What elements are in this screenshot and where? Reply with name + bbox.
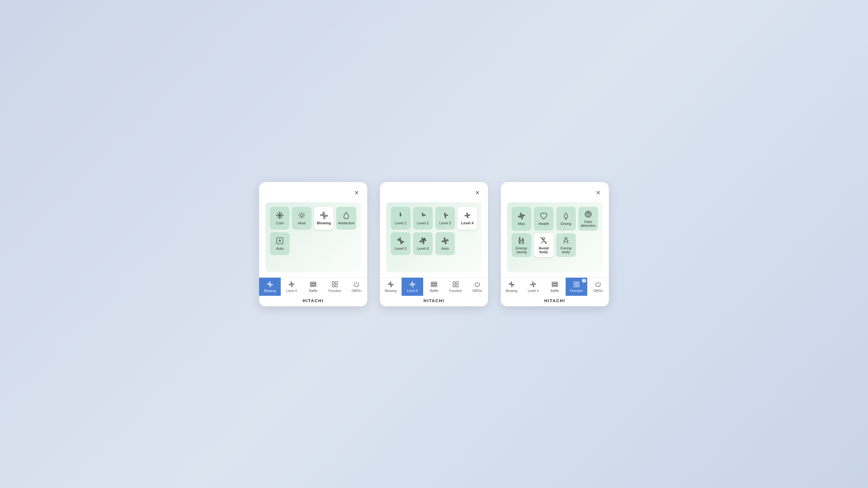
svg-rect-33 — [335, 285, 337, 287]
nav-fan-nav-icon — [387, 281, 394, 288]
nav-btn-blowing[interactable]: Blowing — [380, 278, 402, 296]
svg-rect-30 — [332, 282, 335, 284]
nav-baffle-icon — [431, 281, 437, 288]
option-btn-energy-saving[interactable]: Energy saving — [512, 233, 531, 257]
svg-rect-67 — [552, 285, 558, 287]
svg-rect-47 — [456, 282, 458, 284]
nav-label: Level 4 — [286, 289, 297, 293]
option-label: Level 1 — [395, 221, 406, 225]
option-btn-level-4[interactable]: Level 4 — [458, 207, 477, 230]
close-button[interactable]: ✕ — [473, 188, 482, 197]
svg-rect-68 — [574, 282, 576, 284]
nav-label: Blowing — [385, 289, 397, 293]
svg-rect-27 — [310, 282, 316, 283]
nav-btn-baffle[interactable]: Baffle — [423, 278, 445, 296]
option-label: Level 6 — [417, 247, 429, 250]
nav-btn-off/on[interactable]: Off/On — [587, 278, 609, 296]
svg-line-18 — [299, 213, 300, 214]
nav-btn-level-4[interactable]: Level 4 — [281, 278, 302, 296]
option-btn-level-6[interactable]: Level 6 — [413, 232, 433, 255]
nav-label: Blowing — [264, 289, 276, 293]
nav-grid4-icon — [452, 281, 459, 288]
option-btn-auto[interactable]: Auto — [435, 232, 455, 255]
nav-fan-nav-icon — [508, 281, 515, 288]
nav-badge: 2 — [582, 279, 586, 283]
nav-label: Off/On — [352, 289, 362, 293]
svg-point-4 — [279, 215, 280, 216]
nav-btn-blowing[interactable]: Blowing — [501, 278, 522, 296]
nav-btn-baffle[interactable]: Baffle — [302, 278, 324, 296]
option-btn-heat[interactable]: Heat — [292, 207, 311, 230]
nav-btn-function[interactable]: Function — [324, 278, 346, 296]
nav-btn-function[interactable]: 2Function — [566, 278, 587, 296]
option-label: Level 5 — [395, 247, 406, 250]
fan-auto-icon — [441, 237, 449, 245]
nav-label: Baffle — [430, 289, 438, 293]
option-btn-drying[interactable]: Drying — [556, 207, 576, 231]
option-btn-max[interactable]: Max — [512, 207, 531, 231]
option-btn-blowing[interactable]: Blowing — [314, 207, 334, 230]
nav-fan-nav-icon — [267, 281, 273, 288]
nav-label: Baffle — [551, 289, 559, 293]
energy-icon — [517, 236, 526, 245]
option-label: Level 3 — [439, 221, 451, 225]
option-btn-level-2[interactable]: Level 2 — [413, 207, 433, 230]
svg-point-40 — [444, 240, 446, 241]
nav-label: Off/On — [472, 289, 482, 293]
svg-rect-49 — [456, 285, 458, 287]
panel-function: ✕MaxHealthDryingOdor detectionEnergy sav… — [501, 182, 609, 306]
option-btn-level-3[interactable]: Level 3 — [435, 207, 455, 230]
brand-name: HITACHI — [380, 296, 488, 306]
svg-rect-29 — [310, 285, 316, 287]
svg-point-63 — [511, 284, 512, 285]
fan-lv6-icon — [419, 237, 427, 245]
option-label: Energy saving — [514, 246, 529, 254]
nav-btn-off/on[interactable]: Off/On — [466, 278, 488, 296]
option-btn-health[interactable]: Health — [534, 207, 554, 231]
option-label: Drying — [561, 222, 571, 226]
option-label: Arefaction — [338, 221, 354, 225]
option-btn-cool[interactable]: Cool — [270, 207, 289, 230]
option-btn-facing-body[interactable]: Facing body — [556, 233, 576, 257]
option-btn-arefaction[interactable]: Arefaction — [336, 207, 356, 230]
option-label: Auto — [276, 247, 284, 250]
option-btn-level-1[interactable]: Level 1 — [391, 207, 410, 230]
nav-btn-baffle[interactable]: Baffle — [544, 278, 566, 296]
svg-rect-69 — [577, 282, 579, 284]
sun-icon — [298, 211, 306, 220]
svg-point-13 — [301, 214, 303, 217]
svg-point-36 — [444, 215, 446, 216]
nav-btn-level-4[interactable]: Level 4 — [522, 278, 544, 296]
option-btn-odor-detection[interactable]: Odor detection — [578, 207, 598, 231]
svg-rect-70 — [574, 285, 576, 287]
nav-power-icon — [474, 281, 481, 288]
option-btn-level-5[interactable]: Level 5 — [391, 232, 410, 255]
svg-point-39 — [422, 240, 424, 241]
svg-rect-28 — [310, 284, 316, 285]
svg-point-35 — [422, 215, 424, 216]
auto-letter-icon: A — [276, 237, 284, 245]
brand-name: HITACHI — [501, 296, 609, 306]
svg-rect-46 — [453, 282, 455, 284]
svg-line-21 — [299, 217, 300, 218]
option-btn-auto[interactable]: AAuto — [270, 232, 290, 255]
close-button[interactable]: ✕ — [352, 188, 361, 197]
nav-btn-function[interactable]: Function — [445, 278, 466, 296]
svg-rect-48 — [453, 285, 455, 287]
close-button[interactable]: ✕ — [594, 188, 602, 197]
nav-btn-blowing[interactable]: Blowing — [259, 278, 281, 296]
nav-btn-level-4[interactable]: Level 4 — [402, 278, 423, 296]
svg-rect-44 — [431, 284, 437, 285]
svg-point-41 — [390, 284, 392, 285]
svg-rect-71 — [577, 285, 579, 287]
fan-lv5-icon — [397, 237, 405, 245]
svg-point-38 — [400, 240, 401, 241]
option-btn-avoid-body[interactable]: Avoid body — [534, 233, 554, 257]
option-label: Cool — [276, 221, 284, 225]
fan-icon — [320, 211, 328, 220]
facing-icon — [562, 236, 570, 245]
nav-btn-off/on[interactable]: Off/On — [346, 278, 367, 296]
option-label: Odor detection — [580, 220, 596, 227]
svg-rect-32 — [332, 285, 335, 287]
svg-rect-45 — [431, 285, 437, 287]
